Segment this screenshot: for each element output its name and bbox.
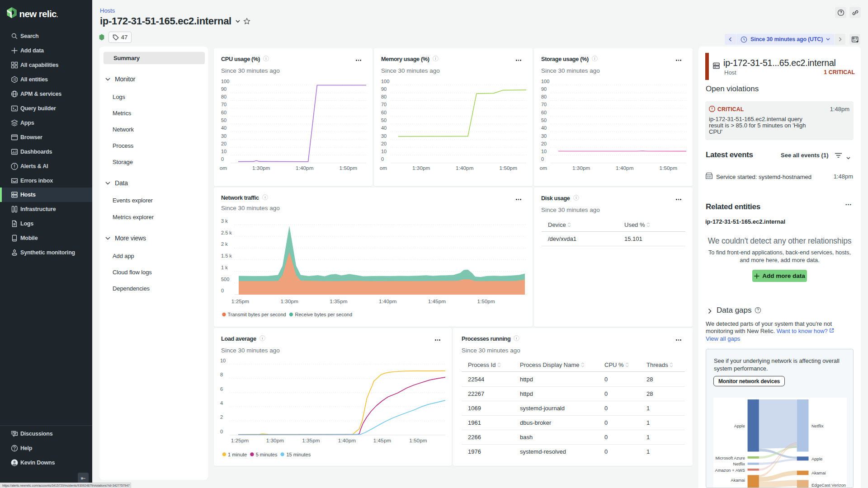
svg-text:0: 0 — [381, 156, 384, 162]
svg-text:0: 0 — [220, 429, 223, 434]
svg-text:30: 30 — [541, 133, 547, 139]
svg-text:20: 20 — [221, 141, 226, 146]
svg-text:1:30pm: 1:30pm — [572, 165, 590, 171]
svg-text:1.5 k: 1.5 k — [221, 253, 232, 258]
svg-text:1:50pm: 1:50pm — [340, 165, 358, 171]
svg-text:1:50pm: 1:50pm — [477, 298, 495, 305]
svg-text:Apple: Apple — [734, 423, 745, 428]
svg-text:1:25pm: 1:25pm — [231, 298, 250, 305]
svg-text:6: 6 — [220, 386, 223, 392]
svg-text:4: 4 — [220, 400, 223, 406]
svg-text:1:40pm: 1:40pm — [338, 437, 356, 444]
svg-text:90: 90 — [221, 86, 226, 92]
svg-text:10: 10 — [220, 358, 226, 363]
svg-text:5 minutes: 5 minutes — [256, 452, 278, 457]
svg-text:new relic.: new relic. — [19, 9, 58, 19]
svg-text:50: 50 — [381, 117, 387, 123]
svg-text:8: 8 — [220, 372, 223, 377]
svg-text:Receive bytes per second: Receive bytes per second — [295, 312, 353, 317]
svg-text:40: 40 — [541, 125, 547, 131]
svg-text:50: 50 — [541, 117, 547, 123]
svg-text:60: 60 — [541, 110, 547, 115]
svg-text:80: 80 — [381, 94, 387, 99]
svg-text:15 minutes: 15 minutes — [286, 452, 311, 457]
svg-text:100: 100 — [541, 79, 549, 84]
svg-text:1:45pm: 1:45pm — [373, 437, 392, 444]
svg-text:1 minute: 1 minute — [228, 452, 247, 457]
svg-text:70: 70 — [381, 102, 387, 107]
svg-text:1:25pm: 1:25pm — [231, 437, 249, 444]
svg-text:500: 500 — [221, 277, 229, 282]
svg-text:40: 40 — [221, 125, 226, 131]
svg-text:1:40pm: 1:40pm — [296, 165, 314, 171]
svg-text:Akamai: Akamai — [811, 470, 826, 475]
svg-text:30: 30 — [221, 133, 226, 139]
svg-text:1:30pm: 1:30pm — [412, 165, 430, 171]
svg-text:2.5 k: 2.5 k — [221, 230, 232, 235]
svg-text:100: 100 — [221, 79, 229, 84]
svg-text:1:50pm: 1:50pm — [409, 437, 427, 444]
svg-text:1:45pm: 1:45pm — [428, 298, 446, 305]
svg-text:10: 10 — [541, 149, 547, 154]
svg-text:2: 2 — [220, 414, 223, 420]
svg-text:1:35pm: 1:35pm — [302, 437, 320, 444]
svg-text:30: 30 — [381, 133, 387, 139]
svg-text:1:30pm: 1:30pm — [281, 298, 299, 305]
svg-text:3 k: 3 k — [221, 218, 228, 224]
svg-text:60: 60 — [221, 110, 226, 115]
svg-text:1:35pm: 1:35pm — [330, 298, 348, 305]
svg-text:1 k: 1 k — [221, 265, 228, 270]
svg-text:70: 70 — [541, 102, 547, 107]
svg-text:40: 40 — [381, 125, 387, 131]
svg-text:Netflix: Netflix — [733, 461, 745, 466]
svg-text:Akamai: Akamai — [731, 478, 745, 483]
svg-text:Apple: Apple — [811, 456, 822, 461]
svg-text:80: 80 — [541, 94, 547, 99]
svg-text:1:30pm: 1:30pm — [266, 437, 284, 444]
svg-text:90: 90 — [541, 86, 547, 92]
svg-text:1:50pm: 1:50pm — [660, 165, 678, 171]
svg-text:60: 60 — [381, 110, 387, 115]
svg-text:1:50pm: 1:50pm — [500, 165, 518, 171]
svg-text:Amazon + AWS: Amazon + AWS — [715, 468, 745, 473]
svg-text:Transmit bytes per second: Transmit bytes per second — [228, 312, 286, 317]
svg-text:20: 20 — [381, 141, 387, 146]
svg-text:90: 90 — [381, 86, 387, 92]
svg-text:1:40pm: 1:40pm — [616, 165, 634, 171]
svg-text:om: om — [540, 165, 547, 171]
svg-text:om: om — [220, 165, 227, 171]
svg-text:2 k: 2 k — [221, 241, 228, 247]
svg-text:1:40pm: 1:40pm — [379, 298, 397, 305]
svg-text:1:40pm: 1:40pm — [456, 165, 474, 171]
svg-text:om: om — [380, 165, 387, 171]
svg-text:20: 20 — [541, 141, 547, 146]
svg-text:10: 10 — [221, 149, 226, 154]
svg-text:10: 10 — [381, 149, 387, 154]
svg-text:100: 100 — [381, 79, 389, 84]
svg-text:0: 0 — [221, 156, 224, 162]
svg-text:Netflix: Netflix — [811, 423, 824, 428]
svg-text:50: 50 — [221, 117, 226, 123]
svg-text:1:30pm: 1:30pm — [252, 165, 270, 171]
svg-text:80: 80 — [221, 94, 226, 99]
svg-text:Microsoft Azure: Microsoft Azure — [716, 455, 745, 460]
svg-text:70: 70 — [221, 102, 226, 107]
svg-text:EdgeCast Verizon: EdgeCast Verizon — [811, 483, 846, 488]
svg-text:0: 0 — [221, 288, 224, 293]
svg-text:0: 0 — [541, 156, 544, 162]
